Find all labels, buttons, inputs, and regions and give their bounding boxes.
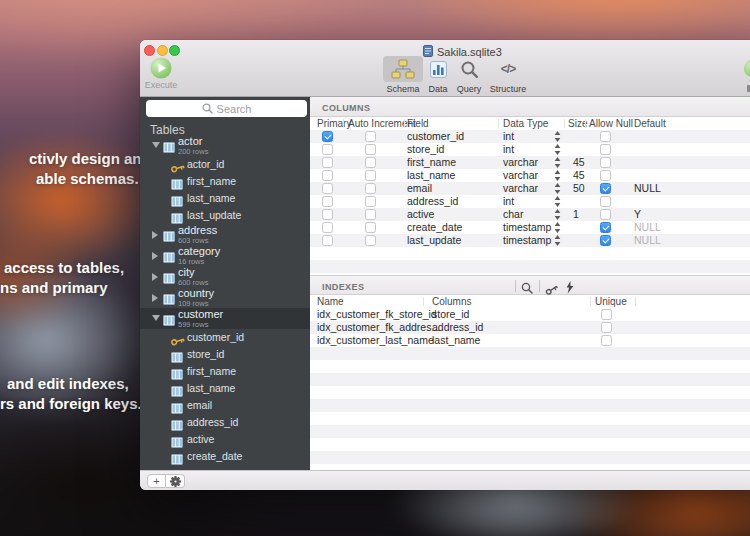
unique-checkbox[interactable] bbox=[601, 322, 612, 333]
allow-null-checkbox[interactable] bbox=[600, 196, 611, 207]
column-row-last_update[interactable]: last_updatetimestampNULL bbox=[310, 234, 750, 247]
allow-null-checkbox[interactable] bbox=[600, 170, 611, 181]
sidebar-field-actor_id[interactable]: actor_id bbox=[140, 156, 310, 173]
auto-increment-checkbox[interactable] bbox=[365, 196, 376, 207]
disclosure-right-icon[interactable] bbox=[152, 252, 158, 260]
sidebar-field-customer_id[interactable]: customer_id bbox=[140, 329, 310, 346]
field-cell[interactable]: last_name bbox=[407, 169, 455, 182]
data-type-cell[interactable]: int bbox=[503, 143, 514, 156]
data-type-cell[interactable]: varchar bbox=[503, 156, 538, 169]
data-type-cell[interactable]: char bbox=[503, 208, 523, 221]
size-cell[interactable]: 50 bbox=[573, 182, 585, 195]
column-row-email[interactable]: emailvarchar50NULL bbox=[310, 182, 750, 195]
primary-checkbox[interactable] bbox=[322, 131, 333, 142]
tab-schema[interactable]: Schema bbox=[383, 56, 423, 94]
index-columns-cell[interactable]: address_id bbox=[432, 321, 483, 334]
disclosure-down-icon[interactable] bbox=[152, 142, 160, 148]
data-type-cell[interactable]: timestamp bbox=[503, 221, 551, 234]
default-cell[interactable]: NULL bbox=[634, 221, 661, 234]
disclosure-down-icon[interactable] bbox=[152, 315, 160, 321]
allow-null-checkbox[interactable] bbox=[600, 157, 611, 168]
sidebar-field-first_name[interactable]: first_name bbox=[140, 173, 310, 190]
tab-query[interactable]: Query bbox=[453, 56, 485, 94]
zoom-button[interactable] bbox=[169, 45, 180, 56]
primary-checkbox[interactable] bbox=[322, 144, 333, 155]
sidebar-field-first_name[interactable]: first_name bbox=[140, 363, 310, 380]
index-row[interactable]: idx_customer_last_namelast_name bbox=[310, 334, 750, 347]
primary-checkbox[interactable] bbox=[322, 222, 333, 233]
unique-checkbox[interactable] bbox=[601, 335, 612, 346]
index-columns-cell[interactable]: last_name bbox=[432, 334, 480, 347]
index-columns-cell[interactable]: store_id bbox=[432, 308, 469, 321]
column-row-address_id[interactable]: address_idint bbox=[310, 195, 750, 208]
auto-increment-checkbox[interactable] bbox=[365, 235, 376, 246]
size-cell[interactable]: 1 bbox=[573, 208, 579, 221]
auto-increment-checkbox[interactable] bbox=[365, 144, 376, 155]
data-type-cell[interactable]: int bbox=[503, 195, 514, 208]
default-cell[interactable]: NULL bbox=[634, 234, 661, 247]
sidebar-table-customer[interactable]: customer599 rows bbox=[140, 308, 310, 329]
sidebar-table-actor[interactable]: actor200 rows bbox=[140, 135, 310, 156]
minimize-button[interactable] bbox=[157, 45, 168, 56]
column-row-active[interactable]: activechar1Y bbox=[310, 208, 750, 221]
size-cell[interactable]: 45 bbox=[573, 169, 585, 182]
primary-checkbox[interactable] bbox=[322, 209, 333, 220]
disclosure-right-icon[interactable] bbox=[152, 231, 158, 239]
column-row-first_name[interactable]: first_namevarchar45 bbox=[310, 156, 750, 169]
field-cell[interactable]: customer_id bbox=[407, 130, 464, 143]
primary-checkbox[interactable] bbox=[322, 235, 333, 246]
column-row-last_name[interactable]: last_namevarchar45 bbox=[310, 169, 750, 182]
allow-null-checkbox[interactable] bbox=[600, 144, 611, 155]
auto-increment-checkbox[interactable] bbox=[365, 157, 376, 168]
sidebar-field-create_date[interactable]: create_date bbox=[140, 448, 310, 465]
tab-data[interactable]: Data bbox=[423, 56, 453, 94]
default-cell[interactable]: NULL bbox=[634, 182, 661, 195]
allow-null-checkbox[interactable] bbox=[600, 183, 611, 194]
auto-increment-checkbox[interactable] bbox=[365, 183, 376, 194]
index-row[interactable]: idx_customer_fk_store_idstore_id bbox=[310, 308, 750, 321]
sidebar-field-last_name[interactable]: last_name bbox=[140, 380, 310, 397]
primary-checkbox[interactable] bbox=[322, 183, 333, 194]
field-cell[interactable]: create_date bbox=[407, 221, 462, 234]
sidebar-table-address[interactable]: address603 rows bbox=[140, 224, 310, 245]
auto-increment-checkbox[interactable] bbox=[365, 222, 376, 233]
index-name-cell[interactable]: idx_customer_fk_addres... bbox=[317, 321, 440, 334]
close-button[interactable] bbox=[144, 45, 155, 56]
column-row-create_date[interactable]: create_datetimestampNULL bbox=[310, 221, 750, 234]
unique-checkbox[interactable] bbox=[601, 309, 612, 320]
index-row[interactable]: idx_customer_fk_addres...address_id bbox=[310, 321, 750, 334]
sidebar-field-address_id[interactable]: address_id bbox=[140, 414, 310, 431]
column-row-store_id[interactable]: store_idint bbox=[310, 143, 750, 156]
default-cell[interactable]: Y bbox=[634, 208, 641, 221]
auto-increment-checkbox[interactable] bbox=[365, 131, 376, 142]
field-cell[interactable]: last_update bbox=[407, 234, 461, 247]
index-name-cell[interactable]: idx_customer_fk_store_id bbox=[317, 308, 437, 321]
data-type-cell[interactable]: varchar bbox=[503, 169, 538, 182]
disclosure-right-icon[interactable] bbox=[152, 273, 158, 281]
field-cell[interactable]: email bbox=[407, 182, 432, 195]
field-cell[interactable]: store_id bbox=[407, 143, 444, 156]
sidebar-field-last_name[interactable]: last_name bbox=[140, 190, 310, 207]
sidebar-field-store_id[interactable]: store_id bbox=[140, 346, 310, 363]
data-type-cell[interactable]: int bbox=[503, 130, 514, 143]
sidebar-field-email[interactable]: email bbox=[140, 397, 310, 414]
allow-null-checkbox[interactable] bbox=[600, 222, 611, 233]
sidebar-table-category[interactable]: category16 rows bbox=[140, 245, 310, 266]
field-cell[interactable]: address_id bbox=[407, 195, 458, 208]
sidebar-field-last_update[interactable]: last_update bbox=[140, 207, 310, 224]
primary-checkbox[interactable] bbox=[322, 157, 333, 168]
allow-null-checkbox[interactable] bbox=[600, 131, 611, 142]
execute-button[interactable]: Execute bbox=[140, 57, 182, 90]
primary-checkbox[interactable] bbox=[322, 170, 333, 181]
size-cell[interactable]: 45 bbox=[573, 156, 585, 169]
allow-null-checkbox[interactable] bbox=[600, 209, 611, 220]
sidebar-field-active[interactable]: active bbox=[140, 431, 310, 448]
column-row-customer_id[interactable]: customer_idint bbox=[310, 130, 750, 143]
search-input[interactable]: Search bbox=[146, 100, 307, 117]
sidebar-table-country[interactable]: country109 rows bbox=[140, 287, 310, 308]
disclosure-right-icon[interactable] bbox=[152, 294, 158, 302]
index-name-cell[interactable]: idx_customer_last_name bbox=[317, 334, 434, 347]
auto-increment-checkbox[interactable] bbox=[365, 170, 376, 181]
allow-null-checkbox[interactable] bbox=[600, 235, 611, 246]
partial-toolbar-icon[interactable] bbox=[744, 60, 750, 77]
